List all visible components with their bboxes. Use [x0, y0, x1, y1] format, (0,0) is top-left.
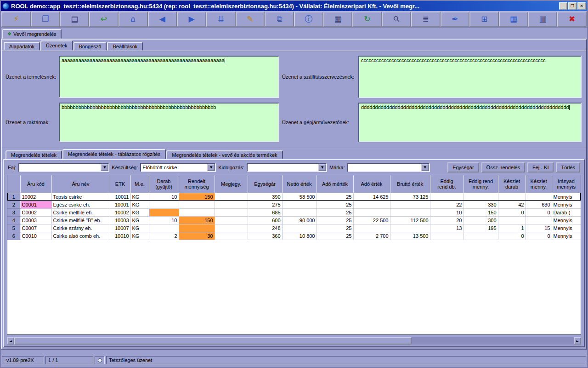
column-header[interactable]: Egységár [248, 175, 282, 193]
table-row[interactable]: 5C0007Csirke szárny eh.10007KG2482513195… [7, 224, 581, 232]
cell[interactable]: 0 [498, 232, 526, 240]
row-number[interactable]: 2 [7, 201, 20, 208]
search-button[interactable]: ⚲ [382, 12, 411, 27]
column-header[interactable]: Adó érték [353, 175, 390, 193]
dtab-tablazatos-rogzites[interactable]: Megrendelés tételek - táblázatos rögzíté… [62, 149, 166, 159]
cell[interactable]: 150 [179, 216, 215, 224]
next-button[interactable]: ▶ [177, 12, 206, 27]
fej-ki-button[interactable]: Fej - KI [527, 162, 554, 172]
cell[interactable]: 10007 [110, 224, 130, 232]
keszultseg-dropdown[interactable]: Előhűtött csirke▼ [140, 163, 216, 172]
dtab-vevo-akcios-termekek[interactable]: Megrendelés tételek - vevő és akciós ter… [166, 150, 283, 159]
cell[interactable]: 25 [317, 216, 353, 224]
cell[interactable]: 10001 [110, 201, 130, 208]
app-icon[interactable] [2, 3, 9, 10]
column-header[interactable]: Rendelt mennyiség [179, 175, 215, 193]
cell[interactable] [215, 201, 248, 208]
column-header[interactable]: Adó mérték [317, 175, 353, 193]
cell[interactable]: 15 [526, 224, 552, 232]
cell[interactable]: C0002 [20, 208, 51, 216]
cell[interactable]: 10 [149, 216, 179, 224]
row-number[interactable]: 1 [7, 193, 20, 201]
cell[interactable] [179, 201, 215, 208]
column-header[interactable]: Eddig rend db. [430, 175, 464, 193]
faj-dropdown[interactable]: ▼ [18, 163, 109, 172]
chevron-down-icon[interactable]: ▼ [421, 164, 429, 171]
refresh-button[interactable]: ↻ [352, 12, 382, 27]
cell[interactable] [353, 201, 390, 208]
cell[interactable]: KG [130, 193, 149, 201]
table-view-button[interactable]: ▦ [323, 12, 353, 27]
cell[interactable]: 10010 [110, 232, 130, 240]
textarea-uzenet-termelesnek[interactable]: aaaaaaaaaaaaaaaaaaaaaaaaaaaaaaaaaaaaaaaa… [59, 56, 279, 98]
chevron-down-icon[interactable]: ▼ [207, 164, 215, 171]
column-header[interactable]: ETK [110, 175, 130, 193]
cell[interactable]: 248 [248, 224, 282, 232]
cell[interactable] [215, 216, 248, 224]
column-header[interactable]: Irányad mennyis [552, 175, 581, 193]
cell[interactable]: 150 [464, 208, 498, 216]
cell[interactable] [282, 224, 317, 232]
cell[interactable]: C0003 [20, 216, 51, 224]
cell[interactable]: 90 000 [282, 216, 317, 224]
cell[interactable]: KG [130, 208, 149, 216]
cell[interactable]: Mennyis [552, 232, 581, 240]
cancel-button[interactable]: ✖ [557, 12, 587, 27]
table-row[interactable]: 2C0001Egész csirke eh.10001KG27525223304… [7, 201, 581, 208]
chevron-down-icon[interactable]: ▼ [101, 164, 108, 171]
cell[interactable]: C0001 [20, 201, 51, 208]
edit-button[interactable]: ✎ [236, 12, 265, 27]
column-header[interactable]: Készlet menny. [526, 175, 552, 193]
scroll-thumb[interactable] [14, 337, 412, 345]
execute-button[interactable]: ⚡ [1, 12, 31, 27]
cell[interactable]: 2 [149, 232, 179, 240]
sign-button[interactable]: ✒ [441, 12, 470, 27]
undo-button[interactable]: ↩ [89, 12, 119, 27]
cell[interactable]: Csirke alsó comb eh. [51, 232, 110, 240]
row-number[interactable]: 4 [7, 216, 20, 224]
cell[interactable]: Mennyis [552, 224, 581, 232]
cell[interactable]: 2 700 [353, 232, 390, 240]
cell[interactable]: 112 500 [390, 216, 430, 224]
cell[interactable]: Darab ( [552, 208, 581, 216]
table-row[interactable]: 4C0003Csirke mellfilé "B" eh.10003KG1015… [7, 216, 581, 224]
open-folder-button[interactable]: ❐ [31, 12, 60, 27]
cell[interactable]: 25 [317, 224, 353, 232]
egysegar-button[interactable]: Egységár [447, 162, 479, 172]
cell[interactable] [149, 208, 179, 216]
cell[interactable]: 685 [248, 208, 282, 216]
row-number[interactable]: 6 [7, 232, 20, 240]
column-header[interactable]: Áru kód [20, 175, 51, 193]
cell[interactable]: 150 [179, 193, 215, 201]
cell[interactable]: 10002 [110, 208, 130, 216]
cell[interactable]: Csirke mellfilé eh. [51, 208, 110, 216]
cell[interactable]: 73 125 [390, 193, 430, 201]
column-header[interactable]: M.e. [130, 175, 149, 193]
cell[interactable] [179, 208, 215, 216]
cell[interactable] [526, 193, 552, 201]
cell[interactable]: 275 [248, 201, 282, 208]
cell[interactable]: 14 625 [353, 193, 390, 201]
cell[interactable] [498, 193, 526, 201]
cell[interactable]: 390 [248, 193, 282, 201]
cell[interactable]: 10002 [20, 193, 51, 201]
cell[interactable]: 42 [498, 201, 526, 208]
table-row[interactable]: 6C0010Csirke alsó comb eh.10010KG2303601… [7, 232, 581, 240]
grid-view-button[interactable]: ⊞ [469, 12, 499, 27]
tab-beallitasok[interactable]: Beállítások [107, 42, 143, 51]
cell[interactable]: 360 [248, 232, 282, 240]
previous-button[interactable]: ◀ [148, 12, 177, 27]
horizontal-scrollbar[interactable]: ◄ ► [7, 337, 581, 345]
column-header[interactable]: Eddig rend menny. [464, 175, 498, 193]
cell[interactable]: 600 [248, 216, 282, 224]
cell[interactable]: 1 [498, 224, 526, 232]
cell[interactable]: 22 500 [353, 216, 390, 224]
cell[interactable]: KG [130, 201, 149, 208]
grid-edit-button[interactable]: ▦ [499, 12, 528, 27]
scroll-right-icon[interactable]: ► [574, 337, 581, 345]
column-header[interactable]: Bruttó érték [390, 175, 430, 193]
cell[interactable]: 25 [317, 193, 353, 201]
cell[interactable]: 630 [526, 201, 552, 208]
cell[interactable]: 13 [430, 224, 464, 232]
up-level-button[interactable]: ⌂ [119, 12, 148, 27]
